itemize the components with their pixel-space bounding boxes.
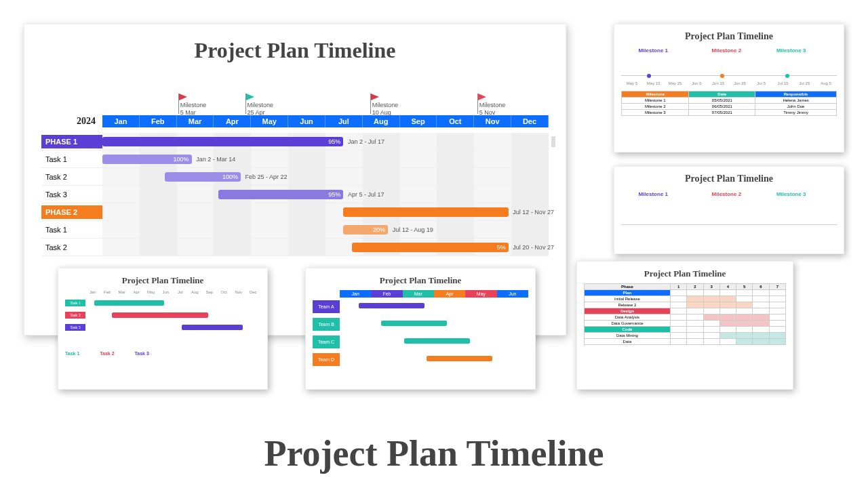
gantt-row: Task 25%Jul 20 - Nov 27	[41, 239, 549, 256]
thumb1-m3: Milestone 3	[776, 47, 806, 54]
main-title: Project Plan Timeline	[41, 38, 549, 63]
thumb4-bars: Task 1 Task 2 Task 3	[65, 297, 260, 344]
table-cell: Timmy Jimmy	[755, 110, 837, 116]
gantt-bar[interactable]: 5%	[352, 243, 508, 252]
tick-label: May 25	[665, 81, 686, 85]
months-header: JanFebMarAprMayJunJulAugSepOctNovDec	[102, 115, 549, 127]
gantt-bar[interactable]: 95%	[218, 190, 343, 199]
gantt-bar[interactable]: 20%	[343, 225, 388, 235]
thumb1-axis	[621, 75, 837, 76]
milestone-flag: Milestone5 Mar	[178, 94, 179, 114]
row-label: PHASE 1	[41, 135, 102, 148]
milestone-flag: Milestone5 Nov	[477, 94, 478, 114]
bar-date-range: Feb 25 - Apr 22	[245, 174, 288, 180]
month-cell: Apr	[214, 115, 251, 127]
mini-bar	[182, 325, 243, 330]
milestone-flag: Milestone25 Apr	[245, 94, 246, 114]
row-track: 20%Jul 12 - Aug 19	[102, 221, 549, 238]
table-header: Date	[689, 92, 755, 98]
year-label: 2024	[41, 116, 102, 127]
bar-date-range: Jul 20 - Nov 27	[513, 244, 554, 251]
gantt-bar[interactable]: 95%	[102, 137, 343, 146]
thumb1-title: Project Plan Timeline	[621, 31, 837, 42]
table-cell: Helena James	[755, 98, 837, 104]
gantt-area: PHASE 195%Jan 2 - Jul 17Task 1100%Jan 2 …	[41, 133, 549, 256]
row-track: Jul 12 - Nov 27	[102, 203, 549, 220]
legend-item: Task 3	[135, 351, 149, 356]
row-label: Task 1	[41, 155, 102, 163]
table-cell: 06/05/2021	[689, 104, 755, 110]
thumbnail-phase-table: Project Plan Timeline Phase1234567PlanIn…	[576, 261, 793, 390]
row-track: 95%Apr 5 - Jul 17	[102, 186, 549, 203]
tick-label: May 5	[621, 81, 643, 85]
thumb5-title: Project Plan Timeline	[313, 275, 528, 286]
milestone-flag: Milestone10 Aug	[370, 94, 371, 114]
mini-bar	[112, 312, 208, 318]
tick-label: Jun 15	[707, 81, 729, 85]
month-cell: Oct	[437, 115, 474, 127]
gantt-bar[interactable]: 100%	[165, 172, 241, 182]
flag-icon	[179, 94, 187, 100]
month-cell: Jul	[326, 115, 363, 127]
row-label: Task 2	[41, 243, 102, 251]
thumbnail-milestone-2: Project Plan Timeline Milestone 1 Milest…	[614, 166, 844, 254]
legend-item: Task 2	[100, 351, 114, 356]
thumb1-table: MilestoneDateResponsible Milestone 105/0…	[621, 91, 837, 116]
gantt-row: Task 2100%Feb 25 - Apr 22	[41, 168, 549, 186]
drag-handle-icon[interactable]	[551, 136, 555, 147]
month-cell: Jan	[102, 115, 140, 127]
thumb4-t3: Task 3	[65, 324, 85, 331]
thumbnail-teams: Project Plan Timeline JanFebMarAprMayJun…	[305, 268, 536, 390]
thumb4-legend: Task 1 Task 2 Task 3	[65, 351, 260, 356]
thumb5-teams: Team ATeam BTeam CTeam D	[313, 298, 528, 368]
gantt-row: PHASE 2Jul 12 - Nov 27	[41, 203, 549, 221]
month-cell: Sep	[400, 115, 437, 127]
thumb1-m1: Milestone 1	[638, 47, 668, 54]
thumb2-m3: Milestone 3	[776, 191, 806, 197]
thumb4-t1: Task 1	[65, 300, 85, 306]
thumb3-table: Phase1234567PlanInitial ReleaseRelease 2…	[584, 283, 786, 345]
table-cell: 07/05/2021	[689, 110, 755, 116]
row-track: 100%Jan 2 - Mar 14	[102, 150, 549, 167]
month-cell: Jun	[288, 115, 326, 127]
mini-bar	[94, 300, 164, 306]
bar-date-range: Jul 12 - Nov 27	[513, 209, 554, 216]
thumb2-body: Milestone 1 Milestone 2 Milestone 3	[621, 191, 837, 239]
table-cell: Milestone 3	[622, 110, 689, 116]
thumb1-milestones: Milestone 1 Milestone 2 Milestone 3	[621, 47, 837, 81]
thumb2-title: Project Plan Timeline	[621, 174, 837, 184]
table-cell: Milestone 2	[622, 104, 689, 110]
year-row: 2024 JanFebMarAprMayJunJulAugSepOctNovDe…	[41, 114, 549, 129]
tick-label: May 15	[643, 81, 665, 85]
month-cell: Dec	[511, 115, 549, 127]
page-title: Project Plan Timeline	[0, 432, 868, 474]
thumb2-m1: Milestone 1	[638, 191, 668, 197]
table-cell: Milestone 1	[622, 98, 689, 104]
gantt-row: Task 395%Apr 5 - Jul 17	[41, 186, 549, 203]
table-header: Milestone	[622, 92, 689, 98]
table-cell: 05/05/2021	[689, 98, 755, 104]
bar-date-range: Apr 5 - Jul 17	[348, 191, 384, 198]
month-cell: May	[251, 115, 288, 127]
gantt-row: Task 1100%Jan 2 - Mar 14	[41, 150, 549, 168]
row-track: 5%Jul 20 - Nov 27	[102, 239, 549, 256]
thumb1-m2: Milestone 2	[712, 47, 742, 54]
dot-icon	[720, 74, 724, 78]
flag-icon	[246, 94, 254, 100]
thumb4-title: Project Plan Timeline	[65, 275, 260, 286]
thumbnail-tasks: Project Plan Timeline JanFebMarAprMayJun…	[58, 268, 268, 390]
thumb1-ticks: May 5May 15May 25Jun 5Jun 15Jun 25Jul 5J…	[621, 81, 837, 85]
month-cell: Mar	[177, 115, 214, 127]
gantt-bar[interactable]	[343, 207, 508, 217]
row-track: 95%Jan 2 - Jul 17	[102, 133, 549, 150]
gantt-row: PHASE 195%Jan 2 - Jul 17	[41, 133, 549, 150]
thumb5-months: JanFebMarAprMayJun	[340, 290, 528, 298]
bar-date-range: Jan 2 - Jul 17	[348, 138, 384, 145]
gantt-bar[interactable]: 100%	[102, 155, 192, 164]
tick-label: Jun 25	[729, 81, 751, 85]
tick-label: Jul 5	[751, 81, 772, 85]
dot-icon	[647, 74, 651, 78]
legend-item: Task 1	[65, 351, 79, 356]
bar-date-range: Jan 2 - Mar 14	[196, 156, 235, 163]
bar-date-range: Jul 12 - Aug 19	[393, 226, 433, 233]
